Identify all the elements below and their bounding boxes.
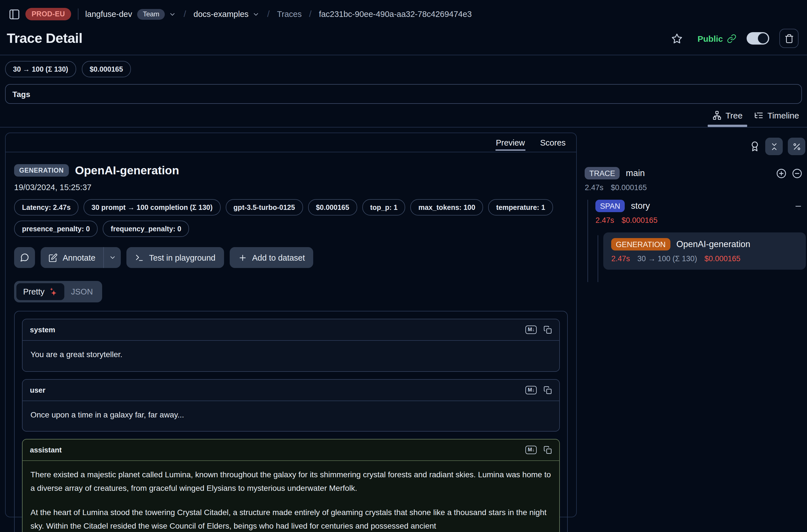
max-tokens-badge[interactable]: max_tokens: 100: [411, 199, 483, 215]
plus-icon: [238, 253, 247, 262]
generation-tokens: 30 → 100 (Σ 130): [637, 254, 697, 263]
markdown-toggle-icon[interactable]: M↓: [526, 386, 537, 394]
tab-tree[interactable]: Tree: [706, 104, 748, 127]
annotate-label: Annotate: [63, 253, 95, 262]
breadcrumb-separator: /: [184, 9, 186, 19]
breadcrumb-trace-id: fac231bc-90ee-490a-aa32-78c4269474e3: [319, 10, 472, 19]
latency-badge[interactable]: Latency: 2.47s: [14, 199, 78, 215]
presence-penalty-badge[interactable]: presence_penalty: 0: [14, 221, 98, 237]
model-badge[interactable]: gpt-3.5-turbo-0125: [225, 199, 303, 215]
public-toggle[interactable]: [747, 32, 769, 44]
sidebar-toggle-icon[interactable]: [8, 8, 20, 20]
tab-timeline-label: Timeline: [768, 111, 799, 120]
breadcrumb-folder[interactable]: docs-examples: [193, 10, 249, 19]
public-label: Public: [697, 34, 723, 43]
chevron-down-icon: [109, 254, 116, 261]
star-icon[interactable]: [671, 33, 683, 44]
breadcrumb-section-traces[interactable]: Traces: [277, 10, 302, 19]
copy-icon[interactable]: [544, 386, 552, 394]
toggle-knob: [758, 33, 768, 43]
zoom-in-icon[interactable]: [776, 168, 787, 178]
generation-name: OpenAI-generation: [676, 239, 750, 249]
tab-scores[interactable]: Scores: [540, 133, 565, 152]
tree-icon: [712, 111, 721, 120]
tree-connector-line: [598, 235, 599, 282]
cost-badge[interactable]: $0.000165: [82, 61, 131, 77]
trace-name: main: [626, 168, 645, 178]
test-in-playground-label: Test in playground: [149, 253, 215, 262]
tree-toolbar: [582, 138, 807, 155]
trace-cost: $0.000165: [611, 183, 647, 192]
environment-badge[interactable]: PROD-EU: [25, 8, 71, 20]
trace-metrics: 2.47s $0.000165: [582, 183, 807, 192]
markdown-toggle-icon[interactable]: M↓: [526, 325, 537, 334]
link-icon: [727, 34, 736, 43]
trash-icon: [784, 34, 794, 43]
generation-type-badge: GENERATION: [612, 238, 671, 250]
copy-icon[interactable]: [544, 325, 552, 334]
tab-preview[interactable]: Preview: [496, 133, 525, 152]
chevrons-collapse-icon: [769, 142, 778, 151]
collapse-all-button[interactable]: [765, 138, 783, 155]
award-icon[interactable]: [749, 141, 760, 152]
test-in-playground-button[interactable]: Test in playground: [126, 247, 224, 268]
metrics-toggle-button[interactable]: [788, 138, 805, 155]
panel-tabs: Preview Scores: [6, 133, 577, 152]
span-type-badge: SPAN: [596, 200, 625, 212]
tree-node-trace[interactable]: TRACE main: [582, 167, 807, 179]
page-header: Trace Detail Public: [0, 22, 807, 48]
message-user: user M↓ Once upon a time in a galaxy far…: [22, 379, 560, 432]
tags-label: Tags: [13, 90, 30, 98]
trace-summary: 30 → 100 (Σ 130) $0.000165: [0, 55, 807, 77]
cost-badge[interactable]: $0.000165: [308, 199, 357, 215]
frequency-penalty-badge[interactable]: frequency_penalty: 0: [103, 221, 189, 237]
token-usage-badge[interactable]: 30 → 100 (Σ 130): [5, 61, 76, 77]
format-toggle: Pretty JSON: [14, 281, 102, 302]
tab-tree-label: Tree: [726, 111, 743, 120]
team-badge: Team: [137, 9, 165, 19]
public-link[interactable]: Public: [697, 34, 736, 43]
observation-type-badge: GENERATION: [14, 164, 69, 176]
copy-icon[interactable]: [544, 446, 552, 454]
message-content: You are a great storyteller.: [31, 348, 552, 361]
format-json-button[interactable]: JSON: [64, 283, 100, 300]
pretty-label: Pretty: [23, 287, 44, 296]
message-role: system: [30, 325, 55, 334]
comment-button[interactable]: [14, 247, 35, 268]
annotate-button[interactable]: Annotate: [41, 247, 103, 268]
zoom-out-icon[interactable]: [792, 168, 803, 178]
tags-box[interactable]: Tags: [5, 84, 802, 104]
trace-tree-panel: TRACE main 2.47s $0.000165 SPAN story: [582, 133, 807, 270]
generation-metrics: 2.47s 30 → 100 (Σ 130) $0.000165: [612, 254, 798, 263]
chevron-down-icon[interactable]: [252, 11, 260, 18]
collapse-node-icon[interactable]: [794, 202, 807, 210]
top-p-badge[interactable]: top_p: 1: [362, 199, 406, 215]
delete-trace-button[interactable]: [780, 29, 799, 48]
span-latency: 2.47s: [596, 216, 614, 225]
tree-connector-line: [588, 200, 588, 282]
timeline-icon: [754, 111, 764, 120]
chevron-down-icon[interactable]: [169, 11, 176, 18]
format-pretty-button[interactable]: Pretty: [16, 283, 64, 300]
trace-type-badge: TRACE: [585, 167, 620, 179]
markdown-toggle-icon[interactable]: M↓: [526, 446, 537, 454]
tab-timeline[interactable]: Timeline: [748, 104, 805, 127]
tree-node-span[interactable]: SPAN story 2.47s $0.000165: [596, 200, 807, 225]
annotate-dropdown-button[interactable]: [104, 247, 121, 268]
token-usage-badge[interactable]: 30 prompt → 100 completion (Σ 130): [83, 199, 220, 215]
breadcrumb-separator: /: [267, 9, 270, 19]
message-role: assistant: [30, 446, 62, 454]
trace-detail-page: PROD-EU langfuse-dev Team / docs-example…: [0, 0, 807, 532]
add-to-dataset-button[interactable]: Add to dataset: [230, 247, 314, 268]
page-title: Trace Detail: [7, 31, 82, 46]
breadcrumb-separator: /: [309, 9, 312, 19]
breadcrumb-project[interactable]: langfuse-dev: [85, 10, 132, 19]
message-content-paragraph: There existed a majestic planet called L…: [31, 468, 552, 495]
span-name: story: [631, 201, 650, 211]
observation-actions: Annotate Test in playground Add to data: [14, 247, 568, 268]
edit-icon: [49, 253, 58, 262]
observation-params-row1: Latency: 2.47s 30 prompt → 100 completio…: [14, 199, 568, 215]
span-metrics: 2.47s $0.000165: [596, 216, 807, 225]
temperature-badge[interactable]: temperature: 1: [488, 199, 553, 215]
tree-node-generation-selected[interactable]: GENERATION OpenAI-generation 2.47s 30 → …: [604, 232, 806, 270]
